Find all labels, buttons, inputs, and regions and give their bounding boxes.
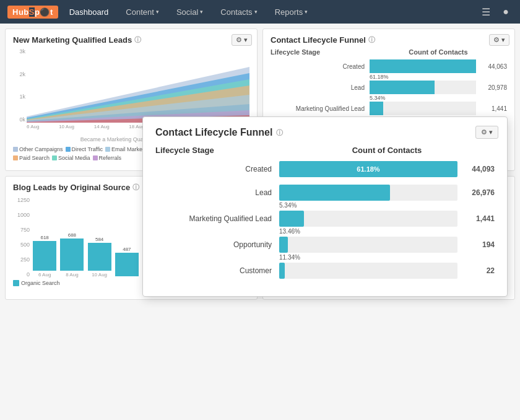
legend-paid-search: Paid Search <box>13 155 50 161</box>
nav-content[interactable]: Content ▾ <box>119 0 165 24</box>
overlay-lifecycle-funnel: Contact Lifecycle Funnel ⓘ ⚙ ▾ Lifecycle… <box>142 116 508 297</box>
overlay-row-customer: Customer 22 <box>155 263 495 279</box>
card2-title: Contact Lifecycle Funnel ⓘ <box>271 35 507 45</box>
blog-bar-4: 487 <box>114 247 140 278</box>
funnel-row-mql: Marketing Qualified Lead 13.46% 1,441 <box>271 102 507 115</box>
blog-yaxis: 1250 1000 750 500 250 0 <box>13 197 32 278</box>
card1-title: New Marketing Qualified Leads ⓘ <box>13 35 249 45</box>
legend-other-campaigns: Other Campaigns <box>13 146 63 152</box>
overlay-title-text: Contact Lifecycle Funnel <box>155 127 272 138</box>
nav-dashboard[interactable]: Dashboard <box>63 0 115 24</box>
card2-gear[interactable]: ⚙ ▾ <box>489 34 509 46</box>
overlay-row-mql: Marketing Qualified Lead 13.46% 1,441 <box>155 211 495 227</box>
blog-bar-6aug: 618 6 Aug <box>32 235 58 278</box>
chart1-yaxis: 3k 2k 1k 0k <box>13 48 25 123</box>
hubspot-logo: HubSp⚫t <box>7 6 58 19</box>
user-icon[interactable]: ● <box>499 6 513 17</box>
overlay-gear[interactable]: ⚙ ▾ <box>475 126 498 139</box>
card1-info-icon[interactable]: ⓘ <box>134 35 141 45</box>
card2-info-icon[interactable]: ⓘ <box>368 35 375 45</box>
overlay-row-opportunity: Opportunity 11.34% 194 <box>155 237 495 253</box>
funnel-small-header: Lifecycle Stage Count of Contacts <box>271 48 507 56</box>
legend-referrals: Referrals <box>93 155 122 161</box>
funnel-row-lead: Lead 5.34% 20,978 <box>271 81 507 94</box>
legend-direct-traffic: Direct Traffic <box>66 146 103 152</box>
nav-social[interactable]: Social ▾ <box>170 0 209 24</box>
card2-title-text: Contact Lifecycle Funnel <box>271 35 366 45</box>
navbar: HubSp⚫t Dashboard Content ▾ Social ▾ Con… <box>0 0 520 24</box>
card1-gear[interactable]: ⚙ ▾ <box>232 34 252 46</box>
blog-bar-10aug: 584 10 Aug <box>87 237 113 278</box>
overlay-title: Contact Lifecycle Funnel ⓘ <box>155 127 495 138</box>
nav-contacts[interactable]: Contacts ▾ <box>214 0 263 24</box>
overlay-funnel-header: Lifecycle Stage Count of Contacts <box>155 146 495 155</box>
card1-title-text: New Marketing Qualified Leads <box>13 35 132 45</box>
legend-social-media: Social Media <box>52 155 90 161</box>
overlay-row-created: Created 61.18% 44,093 <box>155 161 495 177</box>
nav-reports[interactable]: Reports ▾ <box>269 0 314 24</box>
blog-title-text: Blog Leads by Original Source <box>13 183 130 192</box>
overlay-row-lead: Lead 5.34% 26,976 <box>155 185 495 201</box>
main-content: New Marketing Qualified Leads ⓘ ⚙ ▾ 3k 2… <box>0 24 520 305</box>
chart1-svg <box>27 48 249 123</box>
overlay-info-icon[interactable]: ⓘ <box>276 128 283 138</box>
blog-info-icon[interactable]: ⓘ <box>132 183 139 192</box>
funnel-row-created: Created 61.18% 44,063 <box>271 59 507 73</box>
blog-bar-8aug: 688 8 Aug <box>59 232 85 278</box>
menu-icon[interactable]: ☰ <box>478 6 494 18</box>
